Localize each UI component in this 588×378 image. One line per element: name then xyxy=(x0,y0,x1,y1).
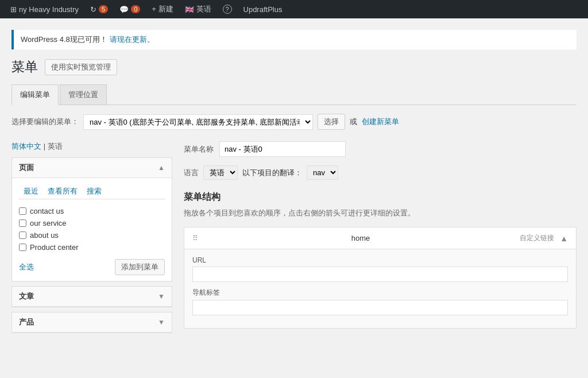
menu-tabs: 编辑菜单 管理位置 xyxy=(11,84,577,105)
pages-footer: 全选 添加到菜单 xyxy=(19,259,165,275)
or-text: 或 xyxy=(350,117,357,127)
menu-item-home-body: URL 导航标签 xyxy=(184,249,576,328)
updraftplus-item[interactable]: UpdraftPlus xyxy=(238,0,288,18)
menu-item-home-title: home xyxy=(351,234,370,242)
url-label: URL xyxy=(192,256,568,264)
select-menu-button[interactable]: 选择 xyxy=(318,114,345,130)
pages-accordion-header[interactable]: 页面 ▲ xyxy=(12,158,172,178)
pages-accordion: 页面 ▲ 最近 查看所有 搜索 contact us xyxy=(11,157,172,281)
pages-view-all-tab[interactable]: 查看所有 xyxy=(43,184,82,199)
wp-body: WordPress 4.8现已可用！ 请现在更新。 菜单 使用实时预览管理 编辑… xyxy=(0,18,588,349)
url-input[interactable] xyxy=(192,267,568,282)
select-menu-area: 选择要编辑的菜单： nav - 英语0 (底部关于公司菜单, 底部服务支持菜单,… xyxy=(11,114,577,130)
pages-accordion-body: 最近 查看所有 搜索 contact us our service xyxy=(12,178,172,281)
tab-edit-menu[interactable]: 编辑菜单 xyxy=(11,84,59,105)
pages-recent-tab[interactable]: 最近 xyxy=(19,184,43,199)
nav-label-label: 导航标签 xyxy=(192,288,568,298)
menu-item-home-type: 自定义链接 xyxy=(520,233,554,243)
comments-count: 0 xyxy=(131,5,140,13)
menu-lang-select[interactable]: 英语 xyxy=(203,165,238,180)
articles-accordion-header[interactable]: 文章 ▼ xyxy=(12,287,172,307)
contact-us-checkbox[interactable] xyxy=(19,207,26,215)
add-to-menu-button[interactable]: 添加到菜单 xyxy=(115,259,165,275)
body-content: WordPress 4.8现已可用！ 请现在更新。 菜单 使用实时预览管理 编辑… xyxy=(0,18,588,349)
url-field-row: URL xyxy=(192,256,568,282)
product-center-label: Product center xyxy=(30,243,79,252)
help-icon: ? xyxy=(223,5,232,14)
language-switcher: 简体中文 | 英语 xyxy=(11,141,172,152)
menu-structure-title: 菜单结构 xyxy=(184,191,577,203)
select-menu-label: 选择要编辑的菜单： xyxy=(11,117,79,127)
products-title: 产品 xyxy=(19,317,34,327)
pages-collapse-icon: ▲ xyxy=(158,164,165,172)
update-link[interactable]: 请现在更新。 xyxy=(110,34,154,45)
products-accordion-header[interactable]: 产品 ▼ xyxy=(12,313,172,333)
pages-sub-tabs: 最近 查看所有 搜索 xyxy=(19,184,165,199)
articles-expand-icon: ▼ xyxy=(158,292,165,300)
lang-simplified-chinese[interactable]: 简体中文 xyxy=(11,142,41,151)
updates-icon: ↻ xyxy=(90,5,96,14)
new-content-item[interactable]: + 新建 xyxy=(146,0,179,18)
menu-structure-hint: 拖放各个项目到您喜欢的顺序，点击右侧的箭头可进行更详细的设置。 xyxy=(184,208,577,218)
products-accordion: 产品 ▼ xyxy=(11,312,172,333)
page-title-area: 菜单 使用实时预览管理 xyxy=(11,58,577,76)
admin-bar: ⊞ ny Heavy Industry ↻ 5 💬 0 + 新建 🇬🇧 英语 ?… xyxy=(0,0,588,18)
menu-editor: 简体中文 | 英语 页面 ▲ 最近 查看所有 搜索 xyxy=(11,141,577,338)
translation-label: 以下项目的翻译： xyxy=(242,168,302,178)
flag-icon: 🇬🇧 xyxy=(185,5,194,14)
menu-item-home-drag-handle[interactable]: ⠿ xyxy=(192,234,198,242)
list-item: Product center xyxy=(19,241,165,253)
products-expand-icon: ▼ xyxy=(158,318,165,326)
menu-translation-select[interactable]: nav xyxy=(307,165,338,180)
notice-text: WordPress 4.8现已可用！ xyxy=(21,34,107,45)
nav-label-input[interactable] xyxy=(192,300,568,315)
pages-list: contact us our service about us xyxy=(19,205,165,253)
live-preview-button[interactable]: 使用实时预览管理 xyxy=(45,59,117,75)
menu-lang-label: 语言 xyxy=(184,168,199,178)
updates-item[interactable]: ↻ 5 xyxy=(84,0,114,18)
nav-label-field-row: 导航标签 xyxy=(192,288,568,315)
pages-title: 页面 xyxy=(19,163,34,173)
site-name[interactable]: ⊞ ny Heavy Industry xyxy=(5,0,84,18)
update-notice: WordPress 4.8现已可用！ 请现在更新。 xyxy=(11,30,577,49)
pages-search-tab[interactable]: 搜索 xyxy=(82,184,106,199)
create-menu-link[interactable]: 创建新菜单 xyxy=(362,117,399,127)
updates-count: 5 xyxy=(99,5,108,13)
our-service-checkbox[interactable] xyxy=(19,219,26,227)
updraft-label: UpdraftPlus xyxy=(243,5,283,14)
list-item: about us xyxy=(19,229,165,241)
language-item[interactable]: 🇬🇧 英语 xyxy=(179,0,217,18)
about-us-checkbox[interactable] xyxy=(19,232,26,239)
menu-main-editor: 菜单名称 语言 英语 以下项目的翻译： nav 菜单结构 拖放各个项目到您喜 xyxy=(184,141,577,329)
new-label: + 新建 xyxy=(152,4,173,14)
menu-item-home: ⠿ home 自定义链接 ▲ URL 导航标签 xyxy=(184,227,577,329)
lang-label: 英语 xyxy=(196,4,211,14)
menu-name-label: 菜单名称 xyxy=(184,144,214,155)
comments-item[interactable]: 💬 0 xyxy=(114,0,146,18)
page-title: 菜单 xyxy=(11,58,38,76)
tab-manage-locations[interactable]: 管理位置 xyxy=(60,84,107,105)
menu-select-dropdown[interactable]: nav - 英语0 (底部关于公司菜单, 底部服务支持菜单, 底部新闻活动菜单) xyxy=(83,114,313,130)
select-all-link[interactable]: 全选 xyxy=(19,262,34,272)
menu-lang-row: 语言 英语 以下项目的翻译： nav xyxy=(184,165,577,180)
articles-accordion: 文章 ▼ xyxy=(11,286,172,307)
lang-separator: | xyxy=(44,142,48,151)
list-item: our service xyxy=(19,217,165,229)
menu-name-input[interactable] xyxy=(219,141,346,157)
menu-name-row: 菜单名称 xyxy=(184,141,577,157)
menu-item-home-right: 自定义链接 ▲ xyxy=(520,233,568,243)
product-center-checkbox[interactable] xyxy=(19,244,26,251)
comments-icon: 💬 xyxy=(119,5,129,14)
help-item[interactable]: ? xyxy=(217,0,238,18)
our-service-label: our service xyxy=(30,219,67,227)
contact-us-label: contact us xyxy=(30,207,64,215)
menu-item-home-toggle[interactable]: ▲ xyxy=(560,234,568,243)
about-us-label: about us xyxy=(30,231,59,240)
menu-sidebar: 简体中文 | 英语 页面 ▲ 最近 查看所有 搜索 xyxy=(11,141,172,338)
wp-logo: ⊞ xyxy=(10,5,17,14)
articles-title: 文章 xyxy=(19,291,34,302)
list-item: contact us xyxy=(19,205,165,217)
lang-english: 英语 xyxy=(48,142,63,151)
menu-item-home-header: ⠿ home 自定义链接 ▲ xyxy=(184,227,576,249)
